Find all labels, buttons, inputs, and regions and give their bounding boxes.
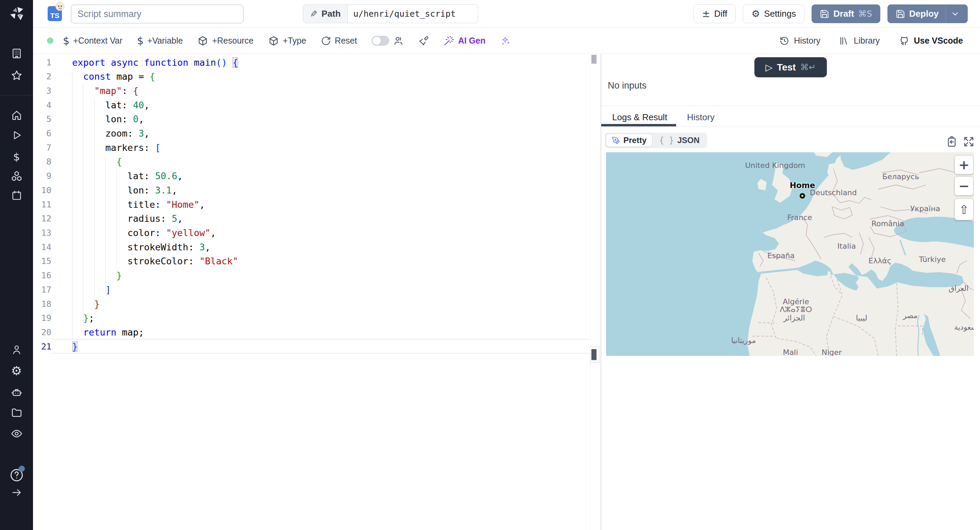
code-line[interactable]: 4 lat: 40,	[33, 98, 590, 112]
braces-icon: { }	[659, 136, 674, 145]
code-line[interactable]: 6 zoom: 3,	[33, 126, 590, 140]
user-icon[interactable]	[0, 344, 33, 356]
code-line[interactable]: 14 strokeWidth: 3,	[33, 240, 590, 254]
line-number: 20	[33, 327, 51, 337]
expand-arrow-icon[interactable]	[0, 486, 33, 499]
library-label: Library	[854, 36, 880, 46]
map-country-label: Ελλάς	[869, 257, 891, 265]
map-zoom-out-button[interactable]: −	[955, 177, 973, 195]
view-json-label: JSON	[677, 136, 699, 145]
dollar-icon: $	[137, 35, 143, 47]
building-icon[interactable]	[0, 47, 33, 60]
star-icon[interactable]	[0, 69, 33, 82]
code-line[interactable]: 11 title: "Home",	[33, 197, 590, 212]
copy-result-icon[interactable]	[946, 136, 958, 147]
code-line[interactable]: 8 {	[33, 155, 590, 169]
code-line[interactable]: 15 strokeColor: "Black"	[33, 254, 590, 268]
expand-result-icon[interactable]	[963, 136, 975, 147]
map-recenter-button[interactable]: ⇧	[955, 199, 973, 220]
map-country-label: Беларусь	[882, 172, 919, 181]
map-country-label: الجزائر	[783, 314, 805, 322]
code-line[interactable]: 18 }	[33, 297, 590, 311]
test-button[interactable]: ▷ Test ⌘↵	[754, 57, 827, 77]
add-resource-button[interactable]: +Resource	[197, 35, 253, 46]
code-line[interactable]: 19 };	[33, 311, 590, 325]
chevron-down-icon[interactable]	[951, 10, 959, 18]
code-line[interactable]: 16 }	[33, 268, 590, 283]
windmill-logo-icon[interactable]	[0, 5, 33, 22]
line-number: 15	[33, 256, 51, 266]
top-bar: TS ✎ Path u/henri/quiet_script ± Diff ⚙ …	[33, 0, 980, 27]
help-icon[interactable]	[0, 468, 33, 483]
eye-icon[interactable]	[0, 428, 33, 440]
view-json-button[interactable]: { } JSON	[653, 136, 706, 145]
play-icon: ▷	[765, 62, 772, 73]
code-line[interactable]: 2 const map = {	[33, 69, 590, 84]
history-clock-icon	[779, 36, 789, 46]
reset-button[interactable]: Reset	[321, 36, 357, 46]
line-number: 8	[33, 157, 51, 166]
map-country-label: Italia	[837, 242, 856, 251]
multiplayer-toggle[interactable]	[372, 35, 404, 46]
map-country-label: Algérie	[783, 297, 809, 306]
add-context-var-button[interactable]: $ +Context Var	[63, 35, 123, 47]
code-line[interactable]: 3 "map": {	[33, 83, 590, 98]
diff-button[interactable]: ± Diff	[694, 5, 736, 23]
path-field[interactable]: ✎ Path u/henri/quiet_script	[303, 5, 478, 23]
line-number: 13	[33, 228, 51, 238]
path-value: u/henri/quiet_script	[348, 5, 461, 23]
code-line[interactable]: 9 lat: 50.6,	[33, 169, 590, 183]
code-line[interactable]: 7 markers: [	[33, 140, 590, 155]
gear-icon: ⚙	[751, 8, 760, 19]
code-editor[interactable]: 1export async function main() {2 const m…	[33, 54, 601, 530]
home-icon[interactable]	[0, 109, 33, 121]
draft-button[interactable]: Draft ⌘S	[811, 5, 880, 23]
test-shortcut: ⌘↵	[800, 62, 816, 72]
view-pretty-button[interactable]: Pretty	[606, 134, 652, 147]
script-summary-input[interactable]	[71, 5, 243, 24]
folder-icon[interactable]	[0, 407, 33, 419]
code-line[interactable]: 13 color: "yellow",	[33, 226, 590, 240]
add-type-button[interactable]: +Type	[268, 35, 306, 46]
result-map[interactable]: United KingdomБеларусьDeutschlandУкраїна…	[606, 152, 974, 356]
sparkles-icon	[500, 35, 511, 46]
map-country-label: România	[872, 219, 904, 228]
code-line[interactable]: 5 lon: 0,	[33, 112, 590, 126]
ai-gen-button[interactable]: AI Gen	[443, 35, 485, 46]
map-marker[interactable]	[800, 193, 805, 199]
code-line[interactable]: 12 radius: 5,	[33, 212, 590, 226]
active-tab-underline	[601, 124, 676, 126]
library-button[interactable]: Library	[839, 36, 880, 46]
resources-cubes-icon[interactable]	[0, 170, 33, 183]
draft-label: Draft	[833, 8, 854, 19]
map-country-label: Україна	[910, 204, 940, 213]
map-country-label: France	[787, 213, 812, 222]
schedules-calendar-icon[interactable]	[0, 189, 33, 202]
deploy-button[interactable]: Deploy	[888, 5, 968, 23]
tab-logs-result[interactable]: Logs & Result	[612, 112, 667, 123]
map-zoom-in-button[interactable]: +	[955, 156, 973, 174]
panel-divider[interactable]	[601, 54, 601, 530]
notification-dot	[19, 466, 25, 472]
code-line[interactable]: 10 lon: 3.1,	[33, 183, 590, 197]
sparkles-button[interactable]	[500, 35, 511, 46]
add-variable-button[interactable]: $ +Variable	[137, 35, 183, 47]
settings-button[interactable]: ⚙ Settings	[743, 5, 804, 23]
toggle-off[interactable]	[372, 36, 389, 46]
runs-play-icon[interactable]	[0, 129, 33, 141]
pen-tool-icon	[612, 136, 620, 144]
history-button[interactable]: History	[779, 36, 821, 46]
code-line[interactable]: 21}	[33, 339, 590, 354]
use-vscode-button[interactable]: Use VScode	[898, 35, 963, 46]
tab-history[interactable]: History	[687, 112, 714, 123]
draft-shortcut: ⌘S	[858, 9, 872, 19]
format-button[interactable]	[418, 36, 429, 46]
variables-dollar-icon[interactable]: $	[0, 150, 33, 163]
code-line[interactable]: 1export async function main() {	[33, 55, 590, 69]
code-line[interactable]: 20 return map;	[33, 325, 590, 340]
gear-icon[interactable]: ⚙	[0, 364, 33, 377]
line-number: 12	[33, 214, 51, 223]
workers-robot-icon[interactable]	[0, 386, 33, 399]
code-line[interactable]: 17 ]	[33, 283, 590, 297]
overview-ruler-mark	[592, 55, 597, 64]
